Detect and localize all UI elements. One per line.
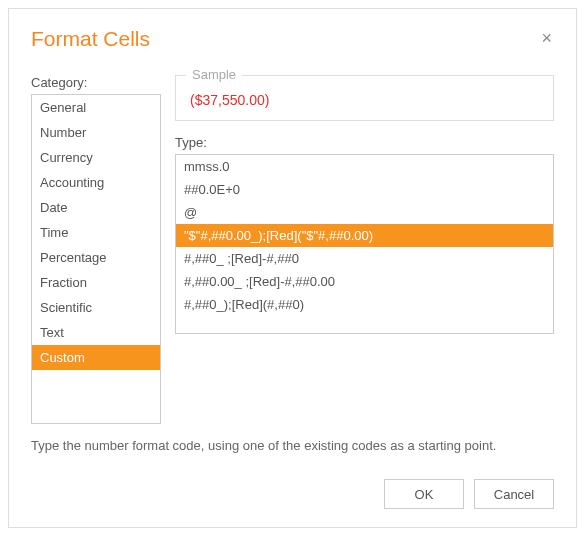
category-item[interactable]: General	[32, 95, 160, 120]
category-item[interactable]: Fraction	[32, 270, 160, 295]
category-list[interactable]: GeneralNumberCurrencyAccountingDateTimeP…	[31, 94, 161, 424]
category-item[interactable]: Custom	[32, 345, 160, 370]
category-item[interactable]: Accounting	[32, 170, 160, 195]
ok-button[interactable]: OK	[384, 479, 464, 509]
cancel-button[interactable]: Cancel	[474, 479, 554, 509]
type-item[interactable]: #,##0_ ;[Red]-#,##0	[176, 247, 553, 270]
category-item[interactable]: Currency	[32, 145, 160, 170]
type-item[interactable]: #,##0.00_ ;[Red]-#,##0.00	[176, 270, 553, 293]
type-item[interactable]: #,##0_);[Red](#,##0)	[176, 293, 553, 316]
sample-box: Sample ($37,550.00)	[175, 75, 554, 121]
close-icon[interactable]: ×	[539, 27, 554, 49]
category-item[interactable]: Scientific	[32, 295, 160, 320]
category-item[interactable]: Number	[32, 120, 160, 145]
category-item[interactable]: Text	[32, 320, 160, 345]
type-item[interactable]: "$"#,##0.00_);[Red]("$"#,##0.00)	[176, 224, 553, 247]
dialog-title: Format Cells	[31, 27, 150, 51]
type-label: Type:	[175, 135, 554, 150]
category-item[interactable]: Date	[32, 195, 160, 220]
type-list[interactable]: mmss.0##0.0E+0@"$"#,##0.00_);[Red]("$"#,…	[175, 154, 554, 334]
category-item[interactable]: Percentage	[32, 245, 160, 270]
sample-value: ($37,550.00)	[190, 92, 539, 108]
type-item[interactable]: ##0.0E+0	[176, 178, 553, 201]
category-item[interactable]: Time	[32, 220, 160, 245]
sample-legend: Sample	[186, 67, 242, 82]
category-label: Category:	[31, 75, 161, 90]
type-item[interactable]: @	[176, 201, 553, 224]
hint-text: Type the number format code, using one o…	[31, 438, 554, 453]
type-item[interactable]: mmss.0	[176, 155, 553, 178]
format-cells-dialog: Format Cells × Category: GeneralNumberCu…	[8, 8, 577, 528]
